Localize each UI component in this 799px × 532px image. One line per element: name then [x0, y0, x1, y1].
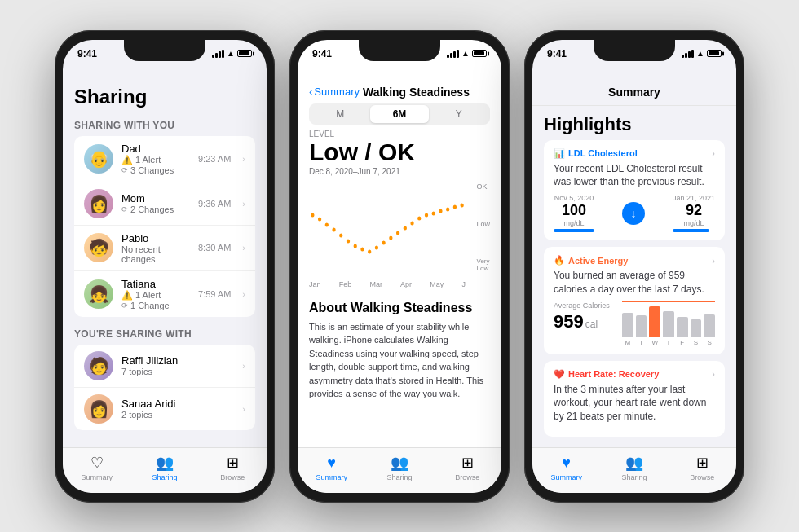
sharing-row-dad[interactable]: 👴 Dad ⚠️ 1 Alert ⟳ 3 Changes 9:23 AM: [74, 136, 255, 182]
ldl-bar-2: [673, 229, 709, 232]
time-btn-m[interactable]: M: [311, 105, 370, 123]
bar-f: [677, 317, 688, 337]
notch-3: [594, 40, 675, 61]
alert-dot-tatiana: ⚠️: [121, 290, 133, 301]
status-time-2: 9:41: [312, 48, 332, 59]
svg-point-16: [425, 213, 428, 217]
svg-point-15: [417, 216, 421, 220]
change-dot-dad: ⟳: [121, 166, 128, 174]
svg-point-18: [439, 209, 442, 213]
chevron-dad: ›: [242, 154, 245, 164]
svg-point-12: [396, 231, 400, 235]
phone3-content: Summary Highlights 📊 LDL Cholesterol › Y…: [532, 63, 736, 493]
signal-icon-1: [212, 50, 224, 58]
tab-sharing-1[interactable]: 👥 Sharing: [130, 454, 198, 481]
signal-icon-3: [682, 50, 694, 58]
sharing-time-tatiana: 7:59 AM: [198, 289, 231, 299]
tab-bar-3: ♥ Summary 👥 Sharing ⊞ Browse: [532, 447, 736, 493]
summary-nav: Summary: [532, 86, 736, 106]
sharing-sub-dad: ⚠️ 1 Alert: [121, 155, 190, 165]
sharing-with-card: 🧑 Raffi Jilizian 7 topics › 👩 Sanaa Arid…: [74, 345, 255, 430]
bar-label-w: W: [652, 339, 659, 346]
phone-2-screen: 9:41 ▲ ‹ Summary Walking Steadiness M 6M: [298, 40, 501, 493]
time-btn-6m[interactable]: 6M: [370, 105, 430, 123]
chart-labels-bottom: Jan Feb Mar Apr May J: [309, 280, 466, 288]
tab-sharing-3[interactable]: 👥 Sharing: [600, 454, 668, 481]
bar-col-f: F: [677, 317, 688, 346]
sharing-topics-sanaa: 2 topics: [121, 410, 234, 420]
sharing-sub-mom: ⟳ 2 Changes: [121, 204, 190, 214]
signal-icon-2: [447, 50, 459, 58]
bar-label-s1: S: [694, 339, 698, 346]
svg-point-19: [446, 207, 449, 211]
tab-label-browse-3: Browse: [690, 473, 714, 481]
sharing-changes-dad: ⟳ 3 Changes: [121, 165, 190, 175]
phone-2: 9:41 ▲ ‹ Summary Walking Steadiness M 6M: [289, 30, 510, 503]
svg-point-0: [311, 213, 314, 217]
status-icons-3: ▲: [682, 49, 722, 58]
page-title-1: Sharing: [74, 86, 255, 108]
bar-s2: [704, 314, 715, 337]
sharing-name-tatiana: Tatiana: [121, 278, 190, 290]
avatar-dad: 👴: [84, 144, 113, 174]
svg-point-5: [347, 239, 350, 243]
tab-summary-3[interactable]: ♥ Summary: [532, 455, 600, 481]
phone2-content: ‹ Summary Walking Steadiness M 6M Y LEVE…: [298, 63, 501, 493]
heartrate-label: Heart Rate: Recovery: [568, 369, 659, 379]
alert-dot-dad: ⚠️: [121, 155, 133, 165]
status-time-1: 9:41: [77, 48, 97, 59]
tab-bar-1: ♡ Summary 👥 Sharing ⊞ Browse: [63, 447, 267, 493]
sharing-sub-pablo: No recent changes: [121, 244, 190, 264]
notch-1: [124, 40, 205, 61]
bar-col-m: M: [622, 313, 633, 346]
ldl-val2: Jan 21, 2021 92 mg/dL: [673, 194, 715, 232]
tab-label-sharing-2: Sharing: [386, 473, 412, 481]
calories-num: 959: [554, 311, 584, 332]
bar-col-w: W: [649, 306, 660, 346]
change-dot-tatiana: ⟳: [121, 301, 128, 310]
date-range-2: Dec 8, 2020–Jun 7, 2021: [298, 165, 501, 178]
sharing-row-tatiana[interactable]: 👧 Tatiana ⚠️ 1 Alert ⟳ 1 Change 7:59 AM: [74, 271, 255, 317]
tab-sharing-2[interactable]: 👥 Sharing: [365, 454, 433, 481]
sharing-time-pablo: 8:30 AM: [198, 243, 231, 253]
svg-point-2: [325, 222, 329, 226]
about-title: About Walking Steadiness: [309, 301, 490, 315]
tab-browse-1[interactable]: ⊞ Browse: [199, 454, 267, 481]
time-selector-2: M 6M Y: [309, 103, 490, 125]
wifi-icon-1: ▲: [227, 49, 235, 58]
phone-3-screen: 9:41 ▲ Summary Highlights 📊 LDL Cholest: [532, 40, 736, 493]
svg-point-13: [404, 226, 407, 230]
calories-value: 959 cal: [554, 311, 616, 332]
sharing-row-mom[interactable]: 👩 Mom ⟳ 2 Changes 9:36 AM ›: [74, 182, 255, 226]
bar-m: [622, 313, 633, 337]
wifi-icon-3: ▲: [696, 49, 704, 58]
time-btn-y[interactable]: Y: [429, 105, 488, 123]
walking-chart: OK Low VeryLow: [309, 182, 490, 288]
tab-label-summary-1: Summary: [81, 473, 113, 481]
browse-icon-tab-2: ⊞: [461, 454, 474, 472]
chart-svg: [309, 182, 466, 272]
avg-calories-label: Average Calories: [554, 301, 616, 310]
tab-browse-3[interactable]: ⊞ Browse: [669, 454, 736, 481]
svg-point-3: [332, 227, 335, 231]
energy-icon: 🔥: [554, 255, 565, 266]
browse-icon-tab-3: ⊞: [696, 454, 709, 472]
tab-summary-2[interactable]: ♥ Summary: [298, 455, 365, 481]
battery-icon-2: [472, 50, 487, 57]
sharing-row-raffi[interactable]: 🧑 Raffi Jilizian 7 topics ›: [74, 345, 255, 388]
bar-t1: [636, 315, 647, 337]
sharing-info-raffi: Raffi Jilizian 7 topics: [121, 354, 234, 376]
tab-label-sharing-1: Sharing: [152, 473, 177, 481]
status-icons-2: ▲: [447, 49, 487, 58]
sharing-row-sanaa[interactable]: 👩 Sanaa Aridi 2 topics ›: [74, 388, 255, 430]
chevron-mom: ›: [242, 199, 245, 209]
sharing-name-pablo: Pablo: [121, 232, 190, 244]
back-button-2[interactable]: ‹ Summary: [309, 86, 360, 98]
tab-summary-1[interactable]: ♡ Summary: [63, 454, 130, 481]
ldl-arrow-icon: ↓: [622, 202, 645, 225]
tab-browse-2[interactable]: ⊞ Browse: [434, 454, 501, 481]
sharing-row-pablo[interactable]: 🧒 Pablo No recent changes 8:30 AM ›: [74, 226, 255, 271]
ldl-val1: Nov 5, 2020 100 mg/dL: [554, 194, 594, 232]
bar-w: [649, 306, 660, 337]
bar-t2: [663, 311, 674, 337]
